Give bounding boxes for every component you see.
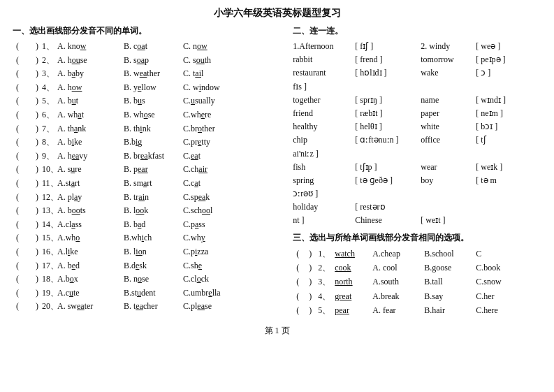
connect-word2: office	[421, 133, 473, 147]
choice-c: C. south	[183, 54, 239, 67]
choice-a: A. bed	[57, 259, 124, 273]
s3-paren: (	[293, 275, 302, 289]
s3-num: 1、	[318, 247, 332, 261]
choice-c: C.pizza	[183, 245, 239, 259]
connect-word1: fɪs ]	[293, 80, 352, 94]
paren-space	[22, 81, 32, 94]
s3-paren-close: )	[305, 247, 315, 261]
page-title: 小学六年级英语英标题型复习	[13, 7, 541, 20]
choice-b: B.desk	[124, 259, 183, 273]
connect-phon1: [ tʃɪp ]	[355, 161, 418, 174]
left-item-row: ( )4、A. howB. yellowC. window	[13, 81, 286, 94]
paren-close: )	[32, 81, 42, 94]
choice-b: B. smart	[124, 177, 183, 190]
choice-c: C.clock	[183, 273, 239, 286]
connect-row: rabbit[ frend ]tomorrow[ peɪpə ]	[293, 53, 541, 66]
paren-close: )	[32, 231, 42, 245]
paren-open: (	[13, 191, 22, 204]
s3-items-container: ()1、watchA.cheapB.schoolC()2、cookA. cool…	[293, 247, 541, 318]
paren-space	[22, 191, 32, 204]
item-num: 6、	[42, 108, 57, 122]
connect-word2: 2. windy	[421, 40, 473, 53]
left-item-row: ( )2、A. houseB. soapC. south	[13, 54, 286, 67]
s3-choice-c: C.here	[476, 303, 518, 317]
choice-c: C.where	[183, 108, 239, 122]
s3-choice-a: A.south	[372, 275, 421, 289]
choice-a: A. boots	[57, 204, 124, 217]
connect-word1: friend	[293, 107, 352, 120]
choice-c: C.pass	[183, 218, 239, 231]
item-num: 16、	[42, 245, 57, 259]
choice-c: C. now	[183, 40, 239, 53]
s3-choice-b: B.goose	[424, 261, 473, 275]
choice-b: B. teacher	[124, 300, 183, 313]
choice-a: A. what	[57, 108, 124, 122]
item-num: 3、	[42, 67, 57, 80]
paren-close: )	[32, 163, 42, 176]
s3-choice-b: B.say	[424, 289, 473, 303]
connect-container: 1.Afternoon[ fɪʃ ]2. windy[ weə ]rabbit[…	[293, 40, 541, 228]
section3-title: 三、选出与所给单词画线部分发音相同的选项。	[293, 232, 541, 244]
choice-b: B. weather	[124, 67, 183, 80]
paren-space	[22, 273, 32, 286]
paren-space	[22, 150, 32, 163]
paren-space	[22, 163, 32, 176]
choice-c: C. tail	[183, 67, 239, 80]
s3-word: watch	[335, 247, 370, 261]
connect-phon1: [ hɒlɪdɪ ]	[355, 66, 418, 80]
item-num: 12、	[42, 191, 57, 204]
connect-word2: boy	[421, 174, 473, 187]
choice-a: A. but	[57, 94, 124, 108]
item-num: 13、	[42, 204, 57, 217]
choice-a: A. bike	[57, 136, 124, 149]
paren-space	[22, 231, 32, 245]
choice-b: B. bad	[124, 218, 183, 231]
connect-word2: [ weɪt ]	[421, 214, 473, 227]
paren-space	[22, 204, 32, 217]
s3-choice-c: C.her	[476, 289, 518, 303]
left-item-row: ( )10、A. sureB. pearC.chair	[13, 163, 286, 176]
connect-word1: 1.Afternoon	[293, 40, 352, 53]
choice-b: B. lion	[124, 245, 183, 259]
s3-choice-b: B.school	[424, 247, 473, 261]
choice-c: C.why	[183, 231, 239, 245]
paren-open: (	[13, 286, 22, 300]
paren-space	[22, 177, 32, 190]
s3-paren-close: )	[305, 303, 315, 317]
left-item-row: ( )3、A. babyB. weatherC. tail	[13, 67, 286, 80]
connect-row: friend[ ræbɪt ]paper[ neɪm ]	[293, 107, 541, 120]
paren-space	[22, 40, 32, 53]
connect-row: chip[ ɑːftənuːn ]office[ tʃ	[293, 133, 541, 147]
connect-phon1: [ restərɒ	[355, 201, 418, 214]
choice-c: C. window	[183, 81, 239, 94]
paren-close: )	[32, 94, 42, 108]
left-items-container: ( )1、A. knowB. coatC. now( )2、A. houseB.…	[13, 40, 286, 313]
choice-b: B. look	[124, 204, 183, 217]
choice-a: A. play	[57, 191, 124, 204]
paren-open: (	[13, 122, 22, 136]
s3-paren-close: )	[305, 261, 315, 275]
s3-word: pear	[335, 303, 370, 317]
left-item-row: ( )1、A. knowB. coatC. now	[13, 40, 286, 53]
choice-c: C.usually	[183, 94, 239, 108]
paren-open: (	[13, 273, 22, 286]
s3-num: 4、	[318, 289, 332, 303]
choice-c: C.speak	[183, 191, 239, 204]
s3-choice-c: C	[476, 247, 518, 261]
paren-open: (	[13, 300, 22, 313]
s3-item-row: ()2、cookA. coolB.gooseC.book	[293, 261, 541, 275]
connect-phon1: Chinese	[355, 214, 418, 227]
left-item-row: ( )16、A.likeB. lionC.pizza	[13, 245, 286, 259]
choice-a: A. thank	[57, 122, 124, 136]
left-item-row: ( )17、A. bedB.deskC.she	[13, 259, 286, 273]
paren-space	[22, 286, 32, 300]
choice-a: A.class	[57, 218, 124, 231]
section1-title: 一、选出画线部分发音不同的单词。	[13, 25, 286, 37]
item-num: 9、	[42, 150, 57, 163]
connect-phon2: [ weə ]	[476, 40, 528, 53]
s3-choice-a: A.break	[372, 289, 421, 303]
s3-choice-b: B.hair	[424, 303, 473, 317]
s3-word: cook	[335, 261, 370, 275]
connect-word1: holiday	[293, 201, 352, 214]
paren-open: (	[13, 245, 22, 259]
